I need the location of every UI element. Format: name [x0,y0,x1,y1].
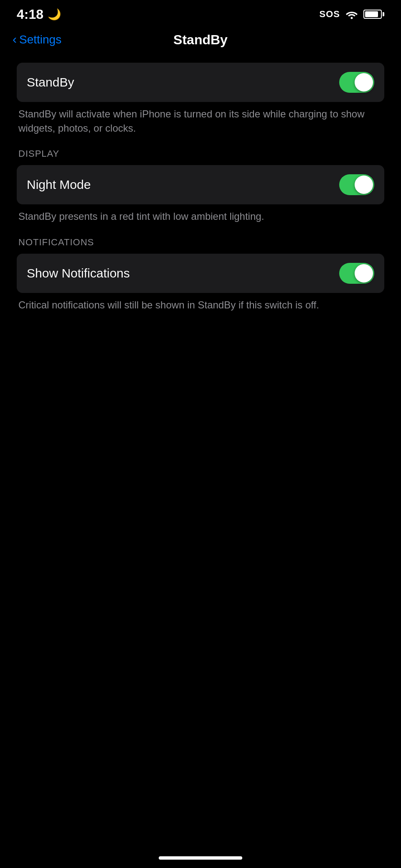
back-label: Settings [19,33,61,46]
night-mode-toggle[interactable] [339,174,374,195]
night-mode-description: StandBy presents in a red tint with low … [17,209,384,224]
show-notifications-row: Show Notifications [17,254,384,293]
display-section-header: DISPLAY [17,148,384,159]
show-notifications-toggle-knob [355,264,373,283]
notifications-description: Critical notifications will still be sho… [17,298,384,312]
standby-label: StandBy [27,75,74,89]
show-notifications-toggle[interactable] [339,263,374,284]
sos-label: SOS [320,9,340,20]
status-left: 4:18 🌙 [17,7,61,22]
moon-icon: 🌙 [48,8,61,21]
back-chevron-icon: ‹ [13,32,17,46]
show-notifications-label: Show Notifications [27,266,130,280]
svg-point-0 [351,17,353,19]
night-mode-toggle-knob [355,176,373,194]
battery-icon [363,10,384,19]
standby-toggle[interactable] [339,72,374,93]
nav-bar: ‹ Settings StandBy [0,25,401,54]
night-mode-label: Night Mode [27,178,91,192]
show-notifications-row-item: Show Notifications [27,254,374,293]
night-mode-row: Night Mode [17,165,384,204]
home-indicator [159,856,242,860]
status-right: SOS [320,9,384,20]
notifications-section-header: NOTIFICATIONS [17,237,384,248]
standby-row: StandBy [17,63,384,102]
back-button[interactable]: ‹ Settings [13,33,61,46]
night-mode-row-item: Night Mode [27,165,374,204]
status-bar: 4:18 🌙 SOS [0,0,401,25]
standby-description: StandBy will activate when iPhone is tur… [17,107,384,135]
standby-row-item: StandBy [27,63,374,102]
page-title: StandBy [173,32,228,48]
standby-toggle-knob [355,73,373,92]
settings-content: StandBy StandBy will activate when iPhon… [0,54,401,333]
wifi-icon [345,9,358,19]
status-time: 4:18 [17,7,43,22]
